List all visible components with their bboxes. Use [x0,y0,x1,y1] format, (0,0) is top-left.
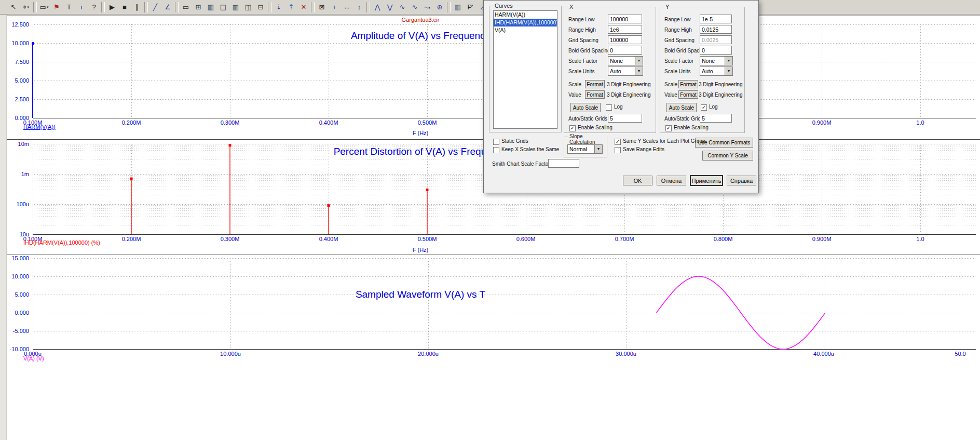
common-y-scale-button[interactable]: Common Y Scale [702,151,753,161]
curves-list-item[interactable]: V(A) [494,26,557,34]
curves-list-item[interactable]: HARM(V(A)) [494,11,557,19]
valley-icon[interactable]: ⋁ [384,2,396,13]
tangent-tool-icon: ∠ [165,3,171,11]
go-to-x-icon[interactable]: ⊕ [433,2,446,13]
y-range-low-input[interactable] [700,15,732,23]
high-icon: ∿ [400,3,405,11]
minor-grids-icon[interactable]: ⊟ [254,2,267,13]
apply-button[interactable]: Применить [690,175,723,186]
low-icon[interactable]: ∿ [409,2,421,13]
y-range-high-input[interactable] [700,25,732,34]
y-grid-spacing-input[interactable] [700,35,732,44]
y-scale-factor-dropdown[interactable]: None▼ [700,56,733,65]
point-tag-icon[interactable]: + [328,2,341,13]
vertical-tag-icon[interactable]: ↕ [353,2,365,13]
high-icon[interactable]: ∿ [396,2,409,13]
x-value-format-button[interactable]: Format [585,90,605,99]
y-scale-units-dropdown-value: Auto [702,68,713,74]
y-scale-format-button[interactable]: Format [678,80,698,88]
x-auto-scale-button[interactable]: Auto Scale [570,103,601,112]
x-range-low-input[interactable] [608,15,642,23]
y-auto-static-grids-input[interactable] [700,114,732,123]
run-icon[interactable]: ▶ [106,2,118,13]
peak-icon[interactable]: ⋀ [371,2,384,13]
select-region-icon[interactable]: ▭ [180,2,192,13]
chevron-down-icon[interactable]: ▼ [725,57,732,65]
y-axis-group: Y Range LowRange HighGrid SpacingBold Gr… [660,7,745,133]
inflection-icon[interactable]: ↝ [421,2,433,13]
tangent-tool-icon[interactable]: ∠ [161,2,174,13]
plot3-xtick-label: 50.0 [937,351,980,357]
x-bold-grid-spacing-input[interactable] [608,46,642,55]
x-scale-format-button[interactable]: Format [585,80,605,88]
chevron-down-icon[interactable]: ▼ [635,57,643,65]
y-enable-scaling-label: Enable Scaling [674,125,709,130]
chevron-down-icon[interactable]: ▼ [635,67,643,75]
same-y-scales-checkbox[interactable]: ✓ [615,139,621,145]
properties-icon[interactable]: P′ [464,2,477,13]
prev-branch-icon[interactable]: ⇡ [285,2,297,13]
x-log-checkbox[interactable] [606,104,612,111]
data-points-icon[interactable]: ▦ [205,2,217,13]
x-range-high-input[interactable] [608,25,642,34]
info-mode-icon[interactable]: i [75,2,88,13]
line-tool-icon[interactable]: ╱ [149,2,161,13]
slope-calculation-dropdown-value: Normal [569,146,587,152]
static-grids-checkbox[interactable] [493,139,499,145]
run-icon: ▶ [110,3,115,11]
plot1-xtick-label: 0.300M [207,119,253,126]
split-plot-icon[interactable]: ◫ [242,2,254,13]
y-auto-scale-button[interactable]: Auto Scale [666,103,697,112]
y-group-label: Y [664,4,671,10]
curves-group: Curves HARM(V(A))IHD(HARM(V(A)),100000)V… [489,6,562,132]
flag-mode-icon[interactable]: ⚑ [50,2,63,13]
horizontal-grid-icon[interactable]: ▤ [217,2,229,13]
y-bold-grid-spacing-input[interactable] [700,46,732,55]
curves-listbox[interactable]: HARM(V(A))IHD(HARM(V(A)),100000)V(A) [493,10,557,129]
x-scale-units-dropdown[interactable]: Auto▼ [608,66,643,76]
help-button[interactable]: Справка [727,176,756,185]
numeric-output-icon[interactable]: ▦ [452,2,464,13]
y-scale-units-dropdown[interactable]: Auto▼ [700,66,733,76]
x-enable-scaling-checkbox[interactable]: ✓ [569,125,576,131]
grid-toggle-icon[interactable]: ⊞ [192,2,205,13]
static-grids-label: Static Grids [501,138,528,144]
curves-group-label: Curves [493,3,514,9]
stop-icon[interactable]: ■ [118,2,131,13]
y-log-checkbox[interactable]: ✓ [701,104,707,111]
x-scale-factor-dropdown[interactable]: None▼ [608,56,643,65]
plot3-xtick-label: 10.000u [207,351,254,357]
pause-icon[interactable]: ∥ [131,2,143,13]
x-grid-spacing-input[interactable] [608,35,642,44]
curves-list-item[interactable]: IHD(HARM(V(A)),100000) [494,19,557,26]
zoom-mode-icon[interactable]: ⌖▾ [20,2,32,13]
plot2-xaxis-label: F (Hz) [384,247,457,253]
x-auto-static-grids-input[interactable] [608,114,642,123]
text-mode-icon[interactable]: T [63,2,75,13]
chevron-down-icon[interactable]: ▼ [725,67,732,75]
smith-chart-scale-factor-input[interactable] [548,159,579,168]
dropdown-arrow-icon: ▾ [27,5,29,9]
next-branch-icon[interactable]: ⇣ [273,2,285,13]
line-tool-icon: ╱ [153,3,157,11]
graphics-mode-icon[interactable]: ▭▾ [38,2,50,13]
help-mode-icon: ? [92,3,96,11]
chevron-down-icon[interactable]: ▼ [594,145,602,153]
save-range-edits-checkbox[interactable] [615,147,621,153]
ok-button[interactable]: OK [623,176,652,185]
y-enable-scaling-checkbox[interactable]: ✓ [665,125,672,131]
vertical-grid-icon[interactable]: ▥ [229,2,242,13]
plot2-xtick-label: 0.500M [404,236,451,242]
plot1-ytick-label: 10.000 [5,40,29,46]
y-value-format-button[interactable]: Format [678,90,698,99]
slope-calculation-dropdown[interactable]: Normal▼ [567,144,603,154]
plot-properties-dialog: Curves HARM(V(A))IHD(HARM(V(A)),100000)V… [483,0,759,193]
select-mode-icon[interactable]: ↖ [7,2,20,13]
help-mode-icon[interactable]: ? [88,2,100,13]
clear-accumulated-icon[interactable]: ✕ [297,2,310,13]
horizontal-tag-icon[interactable]: ↔ [341,2,353,13]
cancel-button[interactable]: Отмена [657,176,686,185]
keep-x-scales-checkbox[interactable] [493,147,499,153]
cursor-select-icon[interactable]: ⊠ [316,2,328,13]
plot2-xtick-label: 1.0 [897,236,944,242]
